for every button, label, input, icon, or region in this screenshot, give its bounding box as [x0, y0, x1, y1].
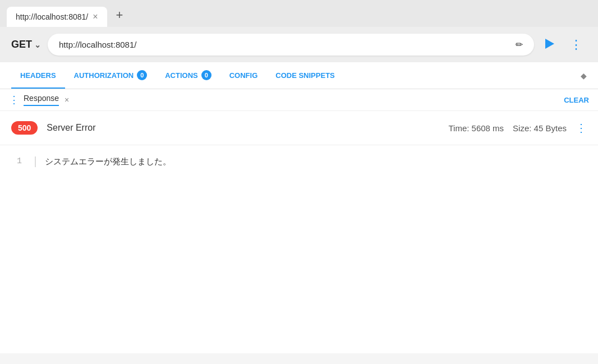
- authorization-badge: 0: [137, 70, 147, 80]
- tab-config-label: CONFIG: [229, 71, 258, 80]
- tab-bar: http://localhost:8081/ × +: [0, 4, 598, 27]
- tab-navigation: HEADERS AUTHORIZATION 0 ACTIONS 0 CONFIG…: [0, 62, 598, 89]
- line-number: 1: [17, 156, 26, 167]
- actions-badge: 0: [201, 70, 211, 80]
- tab-authorization-label: AUTHORIZATION: [74, 71, 134, 80]
- edit-icon[interactable]: ✏: [516, 39, 523, 50]
- status-badge: 500: [11, 121, 38, 135]
- code-area: 1 システムエラーが発生しました。: [0, 145, 598, 178]
- tab-url-label: http://localhost:8081/: [16, 12, 88, 21]
- browser-tab[interactable]: http://localhost:8081/ ×: [7, 7, 107, 27]
- response-area: ⋮ Response × CLEAR 500 Server Error Time…: [0, 89, 598, 178]
- method-label: GET: [11, 39, 32, 50]
- status-text: Server Error: [47, 123, 95, 133]
- tab-config[interactable]: CONFIG: [220, 63, 267, 89]
- response-tab-bar: ⋮ Response × CLEAR: [0, 89, 598, 111]
- response-time: Time: 5608 ms: [448, 123, 504, 133]
- response-tab-close-icon[interactable]: ×: [65, 95, 69, 104]
- response-more-icon[interactable]: ⋮: [576, 121, 587, 135]
- url-display: http://localhost:8081/: [59, 40, 136, 49]
- response-tab-dots-icon[interactable]: ⋮: [9, 94, 19, 106]
- response-tab-label[interactable]: Response: [24, 94, 59, 106]
- response-size: Size: 45 Bytes: [513, 123, 567, 133]
- status-meta: Time: 5608 ms Size: 45 Bytes ⋮: [448, 121, 587, 135]
- tab-code-snippets[interactable]: CODE SNIPPETS: [266, 63, 343, 89]
- tab-actions-label: ACTIONS: [165, 71, 198, 80]
- url-input-container[interactable]: http://localhost:8081/ ✏: [48, 34, 534, 56]
- send-icon: [545, 39, 554, 49]
- send-button[interactable]: [541, 35, 559, 54]
- more-options-button[interactable]: ⋮: [565, 35, 587, 54]
- tab-actions[interactable]: ACTIONS 0: [156, 62, 220, 89]
- new-tab-button[interactable]: +: [109, 4, 130, 26]
- tab-headers-label: HEADERS: [20, 71, 56, 80]
- chevron-down-icon: ⌄: [34, 40, 41, 49]
- clear-button[interactable]: CLEAR: [564, 96, 589, 104]
- tab-code-snippets-label: CODE SNIPPETS: [275, 71, 334, 80]
- browser-chrome: http://localhost:8081/ × + GET ⌄ http://…: [0, 0, 598, 62]
- address-bar-area: GET ⌄ http://localhost:8081/ ✏ ⋮: [0, 27, 598, 62]
- method-selector[interactable]: GET ⌄: [11, 39, 41, 50]
- main-content: HEADERS AUTHORIZATION 0 ACTIONS 0 CONFIG…: [0, 62, 598, 353]
- tab-close-icon[interactable]: ×: [93, 12, 98, 21]
- status-row: 500 Server Error Time: 5608 ms Size: 45 …: [0, 111, 598, 145]
- scroll-indicator: ◆: [581, 71, 587, 80]
- tab-authorization[interactable]: AUTHORIZATION 0: [65, 62, 157, 89]
- line-separator: [35, 156, 36, 167]
- code-content: システムエラーが発生しました。: [45, 156, 171, 167]
- tab-headers[interactable]: HEADERS: [11, 63, 65, 89]
